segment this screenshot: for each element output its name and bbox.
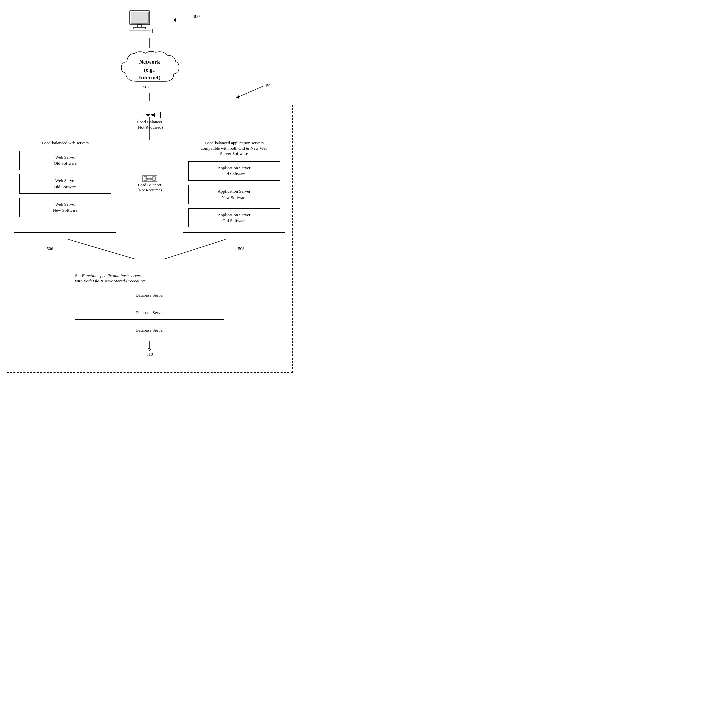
load-balancer-top-label: Load Balancer (Not Required) [136,119,163,130]
database-title: S4: Function specific database serverswi… [75,273,224,284]
connector-db-510 [148,341,151,351]
cloud-text: Network(e.g.,Internet) [139,58,160,81]
label-504: 504 [266,83,273,89]
web-servers-title: Load-balanced web servers [19,141,111,146]
web-server-2: Web ServerOld Software [19,174,111,193]
computer-icon [126,10,153,33]
app-server-2: Application ServerNew Software [188,185,280,204]
arrow-400 [170,13,196,27]
connector-computer-cloud [148,38,151,48]
svg-rect-2 [138,24,142,27]
middle-connector-line [123,183,176,184]
label-510: 510 [146,352,153,357]
diagram-container: 400 Network(e.g.,Internet) 502 504 [7,7,293,373]
connector-cloud-lb [148,93,151,101]
label-502: 502 [143,84,150,90]
db-server-1: Database Server [75,289,224,302]
app-server-1: Application ServerOld Software [188,161,280,180]
database-section: S4: Function specific database serverswi… [70,268,229,362]
web-server-3: Web ServerNew Software [19,197,111,217]
svg-marker-7 [173,18,176,21]
db-server-3: Database Server [75,324,224,337]
svg-marker-10 [236,95,239,99]
svg-line-15 [163,240,226,260]
middle-lb-space: c c Load Balancer (Not Required) [123,135,176,233]
svg-line-14 [68,240,136,260]
main-dashed-box: c c Load Balancer (Not Required) [7,105,293,373]
app-server-3: Application ServerOld Software [188,208,280,228]
label-508: 508 [238,246,245,251]
arrow-504 [233,85,266,101]
label-400: 400 [193,14,200,19]
db-wrapper: S4: Function specific database serverswi… [14,268,285,362]
servers-row: Load-balanced web servers Web ServerOld … [14,135,285,233]
connector-to-db: 506 508 [14,240,285,260]
web-servers-box: Load-balanced web servers Web ServerOld … [14,135,116,233]
app-servers-box: Load-balanced application servers compat… [183,135,285,233]
web-server-1: Web ServerOld Software [19,151,111,170]
label-506: 506 [47,246,53,251]
app-servers-title: Load-balanced application servers compat… [188,141,280,156]
svg-rect-1 [131,12,148,23]
db-server-2: Database Server [75,306,224,319]
load-balancer-top: c c Load Balancer (Not Required) [14,112,285,130]
svg-rect-4 [127,29,152,33]
svg-line-9 [236,87,263,98]
